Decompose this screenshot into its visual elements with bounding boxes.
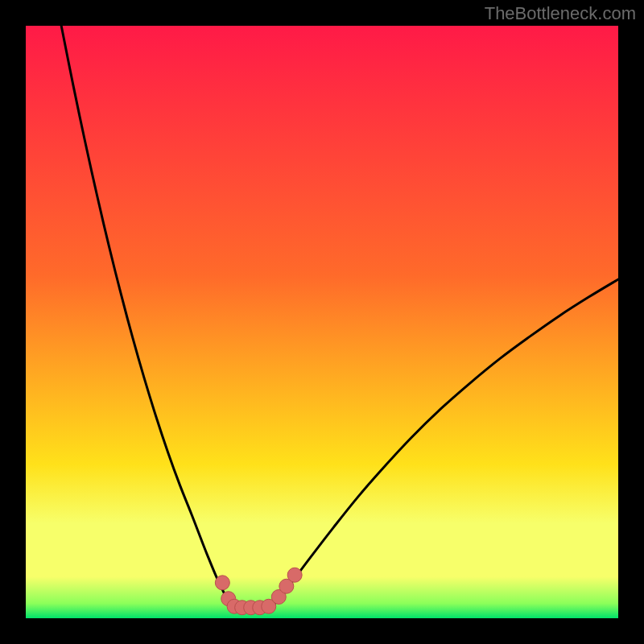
chart-frame bbox=[26, 26, 618, 618]
gradient-background bbox=[26, 26, 618, 618]
data-marker bbox=[287, 568, 302, 582]
watermark-text: TheBottleneck.com bbox=[485, 3, 636, 24]
data-marker bbox=[215, 576, 229, 590]
bottleneck-chart bbox=[26, 26, 618, 618]
